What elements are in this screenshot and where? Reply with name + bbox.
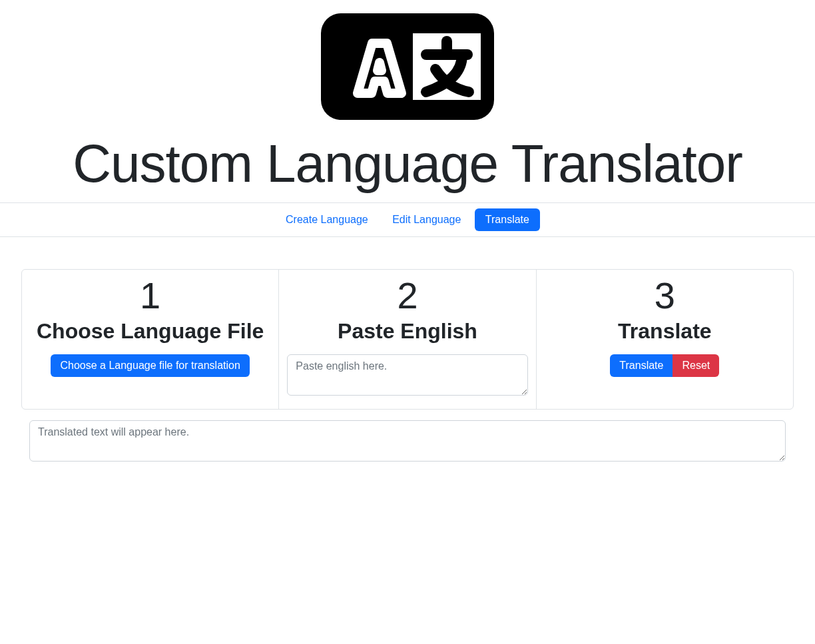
step-3-number: 3	[545, 275, 785, 316]
english-input[interactable]	[287, 354, 527, 396]
step-2: 2 Paste English	[279, 270, 536, 409]
action-button-group: Translate Reset	[610, 354, 719, 377]
choose-language-file-button[interactable]: Choose a Language file for translation	[51, 354, 249, 377]
nav-edit-language[interactable]: Edit Language	[382, 208, 471, 231]
translate-button[interactable]: Translate	[610, 354, 673, 377]
step-3: 3 Translate Translate Reset	[537, 270, 793, 409]
nav-translate[interactable]: Translate	[475, 208, 540, 231]
step-1: 1 Choose Language File Choose a Language…	[22, 270, 279, 409]
step-1-number: 1	[30, 275, 270, 316]
translated-output[interactable]	[29, 420, 786, 462]
step-3-title: Translate	[545, 319, 785, 344]
step-2-number: 2	[287, 275, 527, 316]
language-icon	[321, 13, 494, 123]
nav-create-language[interactable]: Create Language	[275, 208, 379, 231]
step-1-title: Choose Language File	[30, 319, 270, 344]
step-2-title: Paste English	[287, 319, 527, 344]
reset-button[interactable]: Reset	[673, 354, 719, 377]
page-title: Custom Language Translator	[0, 133, 815, 194]
steps-row: 1 Choose Language File Choose a Language…	[21, 269, 794, 410]
nav-tabs: Create Language Edit Language Translate	[0, 202, 815, 237]
